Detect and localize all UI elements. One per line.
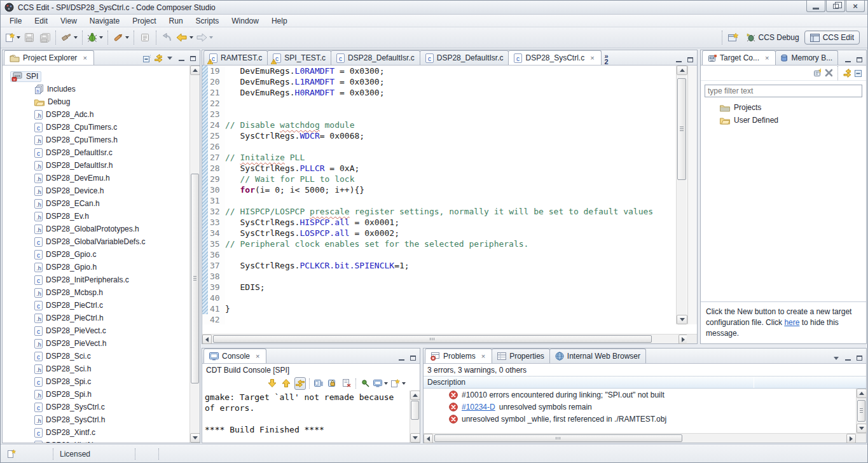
tree-item[interactable]: .hDSP28_Xintf.h [3, 439, 200, 443]
editor-tab[interactable]: cDSP28_DefaultIsr.c [420, 50, 509, 65]
console-scrollbar[interactable] [410, 390, 420, 443]
menu-item-help[interactable]: Help [265, 15, 294, 27]
minimize-problems-button[interactable] [844, 356, 851, 361]
project-tree[interactable]: ccsxSPIhIncludesDebug.hDSP28_Adc.hcDSP28… [3, 66, 200, 443]
tree-item[interactable]: cDSP28_CpuTimers.c [3, 121, 200, 134]
tab-console[interactable]: Console [203, 349, 266, 363]
maximize-console-button[interactable] [409, 356, 417, 361]
tab-project-explorer[interactable]: Project Explorer [4, 50, 94, 65]
statusbar-new-icon[interactable] [7, 449, 16, 459]
close-problems-icon[interactable] [480, 352, 486, 360]
maximize-problems-button[interactable] [855, 356, 863, 361]
tree-item[interactable]: .hDSP28_Spi.h [3, 388, 200, 401]
tree-item[interactable]: cDSP28_Sci.c [3, 350, 200, 363]
close-project-explorer-icon[interactable] [81, 54, 88, 62]
editor-tab[interactable]: c!SPI_TEST.c [267, 50, 331, 65]
problem-row[interactable]: unresolved symbol _whlie, first referenc… [424, 413, 866, 425]
problems-view-menu-button[interactable] [832, 357, 840, 360]
problems-horizontal-scrollbar[interactable] [424, 433, 856, 443]
editor-tab[interactable]: c!RAMTEST.c [203, 50, 268, 65]
tree-item[interactable]: Debug [3, 95, 200, 108]
menu-item-run[interactable]: Run [163, 15, 189, 27]
hide-message-link[interactable]: here [784, 318, 799, 327]
code-editor[interactable]: 19 DevEmuRegs.L0RAMDFT = 0x0300;20 DevEm… [202, 66, 678, 324]
problems-vertical-scrollbar[interactable] [856, 389, 866, 433]
problem-row[interactable]: #10234-D unresolved symbols remain [424, 401, 866, 413]
tab-target-configurations[interactable]: Target Co... [702, 50, 776, 65]
perspective-ccs-debug[interactable]: CCS Debug [741, 31, 804, 44]
debug-button[interactable] [86, 30, 104, 45]
hidden-tabs-chevron[interactable]: »2 [601, 53, 612, 65]
follow-output-button[interactable] [294, 377, 306, 390]
tab-properties[interactable]: Properties [492, 349, 550, 363]
perspective-ccs-edit[interactable]: CCS Edit [804, 31, 860, 45]
minimize-panel-button[interactable] [177, 56, 185, 61]
tree-item[interactable]: cDSP28_SysCtrl.c [3, 401, 200, 413]
pin-console-button[interactable] [359, 377, 371, 390]
minimize-editor-button[interactable] [675, 57, 682, 62]
editor-tab[interactable]: cDSP28_DefaultIsr.c [331, 50, 420, 65]
menu-item-view[interactable]: View [54, 15, 83, 27]
minimize-console-button[interactable] [397, 356, 405, 361]
menu-item-navigate[interactable]: Navigate [83, 15, 126, 27]
open-element-button[interactable] [137, 30, 153, 45]
maximize-panel-button[interactable] [189, 56, 196, 61]
tree-item[interactable]: hIncludes [3, 83, 200, 95]
tree-item[interactable]: .hDSP28_Device.h [3, 184, 200, 197]
tree-item[interactable]: .hDSP28_PieVect.h [3, 337, 200, 350]
tree-item[interactable]: .hDSP28_PieCtrl.h [3, 312, 200, 324]
tree-item[interactable]: cDSP28_Spi.c [3, 375, 200, 388]
console-output[interactable]: gmake: Target `all' not remade becauseof… [202, 390, 410, 443]
open-console-button[interactable] [390, 377, 406, 390]
tree-item[interactable]: cDSP28_Xintf.c [3, 426, 200, 439]
filter-input[interactable] [705, 85, 862, 97]
tree-item[interactable]: .hDSP28_Adc.h [3, 108, 200, 121]
tab-problems[interactable]: Problems [425, 349, 492, 363]
close-target-configurations-icon[interactable] [764, 54, 770, 62]
tree-item[interactable]: cDSP28_Gpio.c [3, 248, 200, 261]
minimize-target-panel-button[interactable] [844, 57, 851, 62]
tree-item[interactable]: .hDSP28_GlobalPrototypes.h [3, 223, 200, 235]
maximize-target-panel-button[interactable] [855, 57, 863, 62]
tree-item[interactable]: .hDSP28_Ev.h [3, 210, 200, 223]
save-all-button[interactable] [37, 30, 52, 45]
menu-item-project[interactable]: Project [126, 15, 162, 27]
menu-item-edit[interactable]: Edit [28, 15, 54, 27]
build-button[interactable] [59, 30, 79, 45]
link-with-editor-button[interactable] [155, 54, 162, 62]
tree-item[interactable]: .hDSP28_Sci.h [3, 363, 200, 375]
restore-button[interactable] [826, 1, 845, 12]
tree-item[interactable]: cDSP28_PieCtrl.c [3, 299, 200, 312]
tree-item[interactable]: .hDSP28_Gpio.h [3, 261, 200, 273]
editor-tab[interactable]: cDSP28_SysCtrl.c [508, 50, 601, 65]
new-target-configuration-button[interactable] [813, 68, 821, 78]
collapse-all-button[interactable] [143, 54, 151, 62]
target-tree-item[interactable]: Projects [701, 101, 866, 114]
close-tab-icon[interactable] [589, 54, 595, 62]
problem-row[interactable]: #10010 errors encountered during linking… [424, 389, 866, 401]
editor-vertical-scrollbar[interactable] [676, 66, 687, 324]
flash-button[interactable] [111, 30, 130, 45]
clear-console-button[interactable] [341, 377, 352, 390]
scroll-lock-button[interactable] [327, 377, 338, 390]
view-menu-button[interactable] [166, 57, 174, 60]
tree-item[interactable]: ccsxSPI [3, 70, 200, 83]
problem-error-code-link[interactable]: #10234-D [462, 403, 495, 411]
back-button[interactable] [175, 30, 195, 45]
new-button[interactable] [3, 30, 22, 45]
refresh-target-list-button[interactable] [843, 69, 851, 78]
tree-item[interactable]: .hDSP28_SysCtrl.h [3, 413, 200, 426]
menu-item-scripts[interactable]: Scripts [189, 15, 226, 27]
tree-item[interactable]: .hDSP28_Mcbsp.h [3, 286, 200, 299]
collapse-all-target-button[interactable] [855, 69, 862, 77]
scroll-down-button[interactable] [266, 377, 278, 390]
tree-item[interactable]: cDSP28_InitPeripherals.c [3, 273, 200, 286]
minimize-button[interactable] [806, 1, 825, 12]
forward-button[interactable] [195, 30, 214, 45]
maximize-editor-button[interactable] [686, 57, 694, 62]
tree-item[interactable]: cDSP28_DefaultIsr.c [3, 146, 200, 159]
tree-item[interactable]: .hDSP28_CpuTimers.h [3, 134, 200, 146]
tree-item[interactable]: cDSP28_PieVect.c [3, 324, 200, 337]
project-tree-scrollbar[interactable] [189, 66, 200, 443]
open-perspective-button[interactable] [726, 30, 741, 45]
